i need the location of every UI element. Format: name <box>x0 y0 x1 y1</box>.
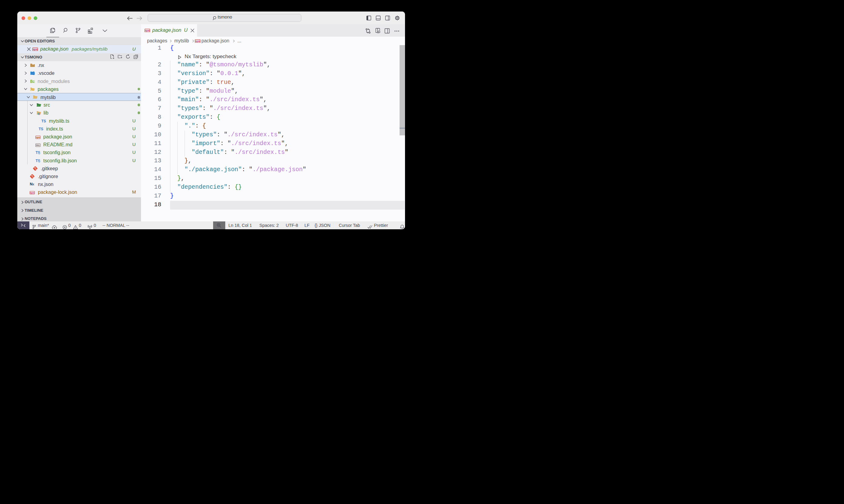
svg-text:JS: JS <box>32 80 35 83</box>
svg-text:npm: npm <box>36 136 40 139</box>
svg-text:npm: npm <box>33 48 38 51</box>
svg-text:TS: TS <box>39 127 44 131</box>
svg-text:N: N <box>30 182 32 186</box>
svg-text:x: x <box>32 183 34 186</box>
svg-text:M: M <box>36 144 38 147</box>
svg-text:TS: TS <box>41 119 46 123</box>
svg-text:</>: </> <box>37 105 41 107</box>
svg-text:npm: npm <box>30 192 35 194</box>
svg-text:npm: npm <box>195 40 200 43</box>
svg-text:npm: npm <box>145 29 150 32</box>
